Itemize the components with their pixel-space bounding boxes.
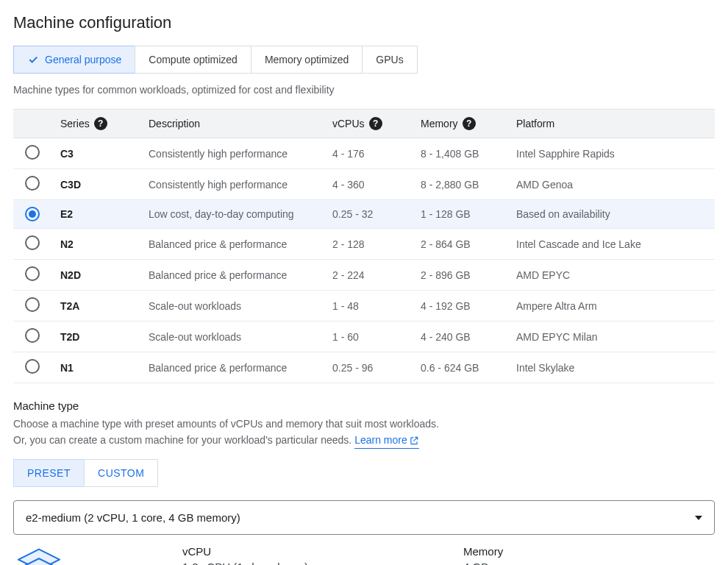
series-name: T2D: [51, 321, 140, 352]
table-row[interactable]: C3DConsistently high performance4 - 3608…: [13, 169, 715, 200]
series-name: C3D: [51, 169, 140, 200]
series-memory: 2 - 896 GB: [412, 260, 507, 291]
th-description: Description: [140, 110, 324, 138]
series-table: Series ? Description vCPUs ? Memory ? Pl…: [13, 109, 715, 383]
layers-icon: [13, 545, 65, 565]
radio-button[interactable]: [25, 235, 40, 250]
series-description: Balanced price & performance: [140, 260, 324, 291]
series-platform: Ampere Altra Arm: [507, 291, 715, 321]
series-description: Scale-out workloads: [140, 291, 324, 321]
segment-preset[interactable]: PRESET: [13, 459, 85, 487]
table-row[interactable]: E2Low cost, day-to-day computing0.25 - 3…: [13, 200, 715, 229]
tab-gpus[interactable]: GPUs: [362, 46, 417, 74]
summary-memory-label: Memory: [463, 545, 715, 558]
machine-type-description: Choose a machine type with preset amount…: [13, 416, 715, 449]
tab-general-purpose[interactable]: General purpose: [13, 46, 135, 74]
table-row[interactable]: N2Balanced price & performance2 - 1282 -…: [13, 229, 715, 260]
series-name: C3: [51, 138, 140, 169]
radio-button[interactable]: [25, 328, 40, 343]
tab-label: GPUs: [376, 54, 403, 65]
series-platform: AMD EPYC: [507, 260, 715, 291]
tab-memory-optimized[interactable]: Memory optimized: [251, 46, 363, 74]
series-memory: 4 - 240 GB: [412, 321, 507, 352]
series-memory: 1 - 128 GB: [412, 200, 507, 229]
series-name: N1: [51, 352, 140, 383]
check-icon: [27, 54, 39, 65]
series-memory: 0.6 - 624 GB: [412, 352, 507, 383]
machine-type-dropdown[interactable]: e2-medium (2 vCPU, 1 core, 4 GB memory): [13, 500, 715, 535]
th-memory: Memory: [421, 118, 458, 129]
series-memory: 8 - 1,408 GB: [412, 138, 507, 169]
series-vcpus: 4 - 360: [324, 169, 412, 200]
help-icon[interactable]: ?: [94, 117, 107, 130]
series-description: Consistently high performance: [140, 169, 324, 200]
radio-button[interactable]: [25, 359, 40, 374]
series-description: Balanced price & performance: [140, 352, 324, 383]
series-description: Scale-out workloads: [140, 321, 324, 352]
th-platform: Platform: [507, 110, 715, 138]
segment-custom[interactable]: CUSTOM: [84, 459, 158, 487]
series-platform: Based on availability: [507, 200, 715, 229]
series-description: Low cost, day-to-day computing: [140, 200, 324, 229]
th-vcpus: vCPUs: [332, 118, 365, 129]
series-platform: Intel Skylake: [507, 352, 715, 383]
series-platform: AMD EPYC Milan: [507, 321, 715, 352]
series-memory: 8 - 2,880 GB: [412, 169, 507, 200]
series-platform: AMD Genoa: [507, 169, 715, 200]
category-tabs: General purposeCompute optimizedMemory o…: [13, 46, 715, 74]
tab-label: General purpose: [45, 54, 121, 65]
series-memory: 2 - 864 GB: [412, 229, 507, 260]
summary-vcpu-label: vCPU: [182, 545, 434, 558]
series-platform: Intel Sapphire Rapids: [507, 138, 715, 169]
chevron-down-icon: [695, 516, 702, 520]
series-description: Balanced price & performance: [140, 229, 324, 260]
machine-type-mode-toggle: PRESETCUSTOM: [13, 459, 715, 487]
category-subheading: Machine types for common workloads, opti…: [13, 84, 715, 96]
table-row[interactable]: T2AScale-out workloads1 - 484 - 192 GBAm…: [13, 291, 715, 321]
series-platform: Intel Cascade and Ice Lake: [507, 229, 715, 260]
radio-button[interactable]: [25, 145, 40, 160]
radio-button[interactable]: [25, 266, 40, 281]
series-vcpus: 1 - 48: [324, 291, 412, 321]
series-vcpus: 4 - 176: [324, 138, 412, 169]
series-name: N2: [51, 229, 140, 260]
summary-memory-value: 4 GB: [463, 561, 715, 565]
series-vcpus: 0.25 - 32: [324, 200, 412, 229]
table-row[interactable]: C3Consistently high performance4 - 1768 …: [13, 138, 715, 169]
help-icon[interactable]: ?: [369, 117, 382, 130]
tab-compute-optimized[interactable]: Compute optimized: [135, 46, 251, 74]
page-title: Machine configuration: [13, 13, 715, 32]
series-description: Consistently high performance: [140, 138, 324, 169]
radio-button[interactable]: [25, 176, 40, 191]
radio-button[interactable]: [25, 297, 40, 312]
help-icon[interactable]: ?: [463, 117, 476, 130]
series-vcpus: 2 - 224: [324, 260, 412, 291]
tab-label: Compute optimized: [149, 54, 238, 65]
th-series: Series: [60, 118, 90, 129]
learn-more-link[interactable]: Learn more: [354, 433, 419, 449]
series-name: T2A: [51, 291, 140, 321]
series-memory: 4 - 192 GB: [412, 291, 507, 321]
summary-vcpu-value: 1-2 vCPU (1 shared core): [182, 561, 434, 565]
machine-type-label: Machine type: [13, 399, 715, 412]
table-row[interactable]: T2DScale-out workloads1 - 604 - 240 GBAM…: [13, 321, 715, 352]
radio-button[interactable]: [25, 207, 40, 221]
tab-label: Memory optimized: [265, 54, 349, 65]
series-vcpus: 0.25 - 96: [324, 352, 412, 383]
series-vcpus: 1 - 60: [324, 321, 412, 352]
dropdown-value: e2-medium (2 vCPU, 1 core, 4 GB memory): [26, 511, 240, 524]
table-row[interactable]: N2DBalanced price & performance2 - 2242 …: [13, 260, 715, 291]
series-name: N2D: [51, 260, 140, 291]
table-row[interactable]: N1Balanced price & performance0.25 - 960…: [13, 352, 715, 383]
series-name: E2: [51, 200, 140, 229]
external-link-icon: [409, 436, 419, 446]
machine-summary: vCPU 1-2 vCPU (1 shared core) Memory 4 G…: [13, 545, 715, 565]
series-vcpus: 2 - 128: [324, 229, 412, 260]
